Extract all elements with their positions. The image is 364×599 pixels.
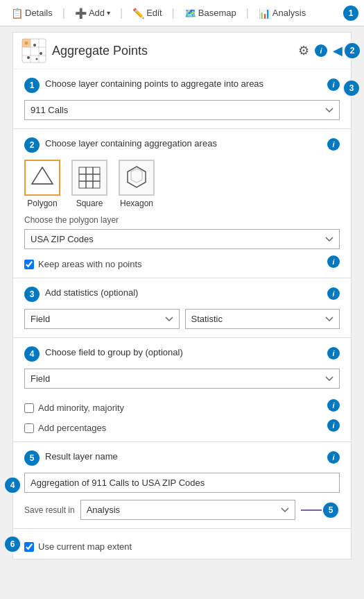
section2-title: Choose layer containing aggregation area… <box>45 137 322 150</box>
section5-number: 5 <box>24 450 40 466</box>
side-callout-2[interactable]: 2 <box>343 42 361 60</box>
map-extent-checkbox[interactable] <box>24 542 34 552</box>
section1-title: Choose layer containing points to aggreg… <box>45 78 322 90</box>
section3-info-icon[interactable]: i <box>327 287 340 300</box>
percentages-checkbox[interactable] <box>24 423 34 433</box>
section2-polygon-select[interactable]: USA ZIP Codes <box>24 229 340 249</box>
svg-point-6 <box>25 42 28 45</box>
add-dropdown-arrow: ▾ <box>107 9 110 17</box>
result-name-input[interactable] <box>24 473 340 493</box>
section2-number: 2 <box>24 137 40 153</box>
percentages-label: Add percentages <box>38 423 106 433</box>
callout5-arrow-line <box>301 509 322 511</box>
toolbar-callout-1[interactable]: 1 <box>343 6 358 21</box>
polygon-svg-icon <box>29 164 55 191</box>
section1-layer-select[interactable]: 911 Calls <box>24 100 340 120</box>
section4-title: Choose field to group by (optional) <box>45 346 322 359</box>
basemap-icon: 🗺️ <box>184 8 196 19</box>
toolbar-analysis[interactable]: 📊 Analysis <box>253 5 311 22</box>
section3-title: Add statistics (optional) <box>45 287 322 299</box>
minority-label: Add minority, majority <box>38 403 124 413</box>
side-callout-6[interactable]: 6 <box>3 535 21 553</box>
toolbar: 📋 Details | ➕ Add ▾ | ✏️ Edit | 🗺️ Basem… <box>0 0 364 26</box>
gear-icon[interactable]: ⚙ <box>298 43 309 58</box>
section3-statistic-select[interactable]: Statistic <box>185 309 340 329</box>
svg-rect-23 <box>93 181 100 188</box>
section1-number: 1 <box>24 78 40 93</box>
toolbar-basemap[interactable]: 🗺️ Basemap <box>179 5 242 22</box>
add-icon: ➕ <box>75 8 87 19</box>
svg-rect-19 <box>86 174 93 181</box>
svg-rect-15 <box>79 167 86 174</box>
toolbar-edit[interactable]: ✏️ Edit <box>127 5 167 22</box>
section3-selects: Field Statistic <box>24 309 340 329</box>
side-callout-4[interactable]: 4 <box>3 476 21 494</box>
details-icon: 📋 <box>11 8 23 19</box>
keep-areas-checkbox[interactable] <box>24 260 34 269</box>
hexagon-option[interactable]: Hexagon <box>119 160 155 208</box>
save-result-row: Save result in Analysis 5 <box>24 500 340 520</box>
toolbar-sep-4: | <box>246 7 249 19</box>
svg-rect-18 <box>79 174 86 181</box>
polygon-option[interactable]: Polygon <box>24 160 60 208</box>
svg-rect-16 <box>86 167 93 174</box>
svg-marker-24 <box>128 167 146 187</box>
square-label: Square <box>76 199 103 208</box>
section2-info-icon[interactable]: i <box>327 138 340 151</box>
polygon-icon-box[interactable] <box>24 160 60 196</box>
square-svg-icon <box>76 164 103 191</box>
toolbar-sep-3: | <box>172 7 175 19</box>
svg-marker-25 <box>131 169 142 183</box>
svg-point-9 <box>27 56 30 59</box>
section5-info-icon[interactable]: i <box>327 451 340 464</box>
square-icon-box[interactable] <box>71 160 107 196</box>
section4-info-icon[interactable]: i <box>327 347 340 360</box>
map-extent-label: Use current map extent <box>38 541 132 552</box>
section4-percentages-info-icon[interactable]: i <box>327 419 340 432</box>
svg-line-12 <box>42 167 53 184</box>
polygon-layer-label: Choose the polygon layer <box>24 215 340 225</box>
svg-marker-11 <box>32 167 53 184</box>
svg-point-7 <box>33 44 36 47</box>
section5-title: Result layer name <box>45 450 322 463</box>
keep-areas-checkbox-row: Keep areas with no points <box>24 259 142 269</box>
toolbar-details[interactable]: 📋 Details <box>6 5 58 22</box>
toolbar-add[interactable]: ➕ Add ▾ <box>69 5 116 22</box>
side-callout-3[interactable]: 3 <box>343 79 361 97</box>
toolbar-sep-2: | <box>120 7 123 19</box>
keep-areas-label: Keep areas with no points <box>38 259 142 269</box>
hexagon-label: Hexagon <box>120 199 153 208</box>
toolbar-sep-1: | <box>62 7 65 19</box>
percentages-checkbox-row: Add percentages <box>24 423 106 433</box>
svg-line-13 <box>32 167 42 184</box>
hexagon-svg-icon <box>123 164 150 191</box>
save-result-select[interactable]: Analysis <box>80 500 295 520</box>
area-type-options: Polygon Square <box>24 160 340 208</box>
section1-info-icon[interactable]: i <box>327 78 340 91</box>
square-option[interactable]: Square <box>71 160 107 208</box>
side-callout-5[interactable]: 5 <box>322 501 340 519</box>
section3-field-select[interactable]: Field <box>24 309 180 329</box>
svg-rect-21 <box>79 181 86 188</box>
svg-rect-17 <box>93 167 100 174</box>
panel-title: Aggregate Points <box>52 44 148 58</box>
section4-number: 4 <box>24 346 40 362</box>
svg-rect-20 <box>93 174 100 181</box>
analysis-icon: 📊 <box>259 8 270 19</box>
header-info-icon[interactable]: i <box>315 44 327 57</box>
section4-field-select[interactable]: Field <box>24 369 340 389</box>
section2-checkbox-info-icon[interactable]: i <box>327 255 340 268</box>
svg-rect-22 <box>86 181 93 188</box>
polygon-label: Polygon <box>27 199 57 208</box>
back-arrow-icon[interactable]: ◀ <box>333 43 343 58</box>
minority-checkbox[interactable] <box>24 403 34 413</box>
hexagon-icon-box[interactable] <box>119 160 155 196</box>
svg-point-8 <box>40 52 42 55</box>
minority-checkbox-row: Add minority, majority <box>24 403 124 413</box>
save-result-label: Save result in <box>24 505 75 515</box>
section3-number: 3 <box>24 287 40 302</box>
aggregate-points-icon <box>21 38 46 63</box>
section4-minority-info-icon[interactable]: i <box>327 399 340 412</box>
edit-icon: ✏️ <box>132 8 144 19</box>
map-extent-checkbox-row: Use current map extent <box>24 541 132 552</box>
